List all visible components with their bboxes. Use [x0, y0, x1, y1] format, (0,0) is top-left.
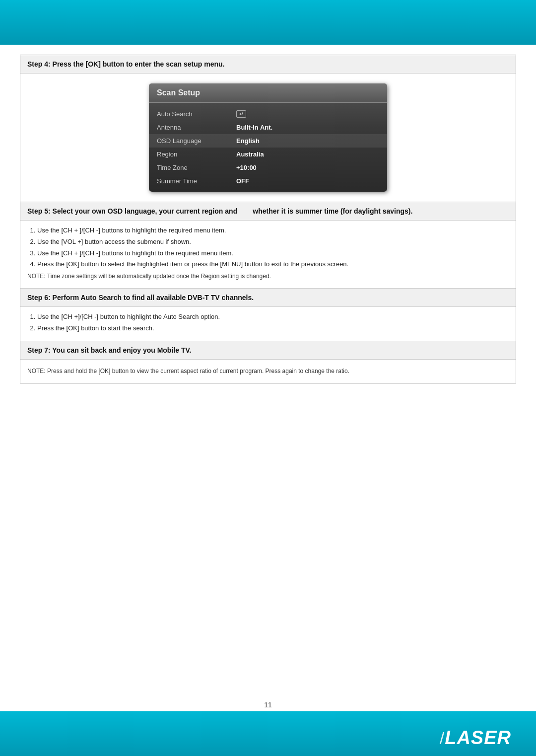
summertime-value: OFF: [236, 177, 379, 185]
timezone-label: Time Zone: [157, 164, 236, 171]
step7-header: Step 7: You can sit back and enjoy you M…: [20, 341, 516, 360]
tv-menu-row-timezone: Time Zone +10:00: [149, 161, 387, 174]
screen-area: Scan Setup Auto Search ↵ Antenna Built-I…: [20, 74, 516, 202]
timezone-value: +10:00: [236, 164, 379, 171]
auto-search-label: Auto Search: [157, 110, 236, 118]
top-bar: [0, 0, 536, 45]
step5-instruction-2: Use the [VOL +] button access the submen…: [37, 237, 509, 247]
tv-menu-title: Scan Setup: [149, 83, 387, 103]
tv-menu: Scan Setup Auto Search ↵ Antenna Built-I…: [149, 83, 387, 192]
step6-instructions: Use the [CH +]/[CH -] button to highligh…: [20, 307, 516, 341]
step5-instructions: Use the [CH + ]/[CH -] buttons to highli…: [20, 221, 516, 289]
region-value: Australia: [236, 151, 379, 158]
step5-instruction-4: Press the [OK] button to select the high…: [37, 259, 509, 270]
final-note-text: NOTE: Press and hold the [OK] button to …: [27, 367, 509, 376]
main-content: Step 4: Press the [OK] button to enter t…: [20, 55, 516, 706]
step6-instruction-1: Use the [CH +]/[CH -] button to highligh…: [37, 312, 509, 322]
laser-logo: /LASER: [440, 727, 511, 749]
region-label: Region: [157, 151, 236, 158]
step5-note: NOTE: Time zone settings will be automat…: [27, 272, 509, 281]
summertime-label: Summer Time: [157, 177, 236, 185]
osd-label: OSD Language: [157, 137, 236, 145]
step5-instruction-3: Use the [CH + ]/[CH -] buttons to highli…: [37, 248, 509, 259]
step5-header: Step 5: Select your own OSD language, yo…: [20, 202, 516, 221]
final-note: NOTE: Press and hold the [OK] button to …: [20, 360, 516, 383]
tv-menu-row-region: Region Australia: [149, 148, 387, 161]
enter-icon: ↵: [236, 110, 246, 118]
tv-menu-row-osd: OSD Language English: [149, 134, 387, 148]
step4-header: Step 4: Press the [OK] button to enter t…: [20, 55, 516, 74]
step6-header: Step 6: Perform Auto Search to find all …: [20, 289, 516, 307]
antenna-value: Built-In Ant.: [236, 124, 379, 131]
step5-instruction-1: Use the [CH + ]/[CH -] buttons to highli…: [37, 226, 509, 236]
step6-instruction-2: Press the [OK] button to start the searc…: [37, 323, 509, 334]
tv-menu-row-antenna: Antenna Built-In Ant.: [149, 121, 387, 134]
tv-menu-row-summertime: Summer Time OFF: [149, 174, 387, 188]
content-box: Step 4: Press the [OK] button to enter t…: [20, 55, 516, 383]
tv-menu-rows: Auto Search ↵ Antenna Built-In Ant. OSD …: [149, 103, 387, 192]
osd-value: English: [236, 137, 379, 145]
antenna-label: Antenna: [157, 124, 236, 131]
auto-search-value: ↵: [236, 110, 379, 118]
tv-menu-row-auto-search: Auto Search ↵: [149, 107, 387, 121]
